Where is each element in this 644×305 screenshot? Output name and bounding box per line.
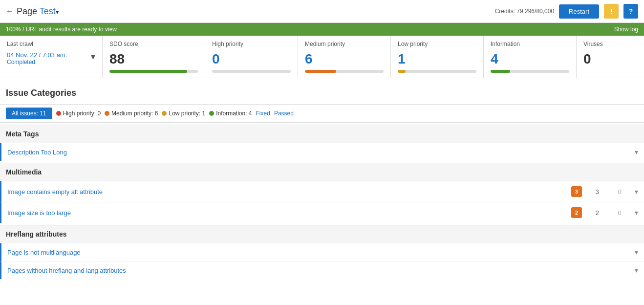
status-bar: 100% / URL audit results are ready to vi… xyxy=(0,23,644,36)
content-area: Issue Categories All issues: 11 High pri… xyxy=(0,78,644,285)
status-message: 100% / URL audit results are ready to vi… xyxy=(6,26,117,33)
low-priority-value: 1 xyxy=(398,51,476,67)
issue-row-image-size[interactable]: Image size is too large 2 2 0 ▾ xyxy=(0,202,644,223)
medium-priority-cell: Medium priority 6 xyxy=(298,36,391,78)
low-priority-filter[interactable]: Low priority: 1 xyxy=(162,110,205,117)
sdo-progress-bar xyxy=(109,70,187,73)
header-right: Credits: 79,296/80,000 Restart ! ? xyxy=(495,4,638,19)
without-hreflang-chevron: ▾ xyxy=(635,266,638,274)
low-priority-filter-label: Low priority: 1 xyxy=(169,110,205,117)
show-log-link[interactable]: Show log xyxy=(614,26,638,33)
sdo-score-label: SDO score xyxy=(109,41,198,47)
crawl-dropdown-icon[interactable]: ▾ xyxy=(91,51,95,62)
empty-alt-count: 3 xyxy=(590,188,604,196)
high-priority-progress-container xyxy=(212,70,291,73)
passed-filter[interactable]: Passed xyxy=(274,110,294,117)
low-priority-dot xyxy=(162,111,167,116)
description-too-long-chevron: ▾ xyxy=(635,148,638,156)
viruses-value: 0 xyxy=(583,51,633,67)
not-multilanguage-link[interactable]: Page is not multilanguage xyxy=(7,249,81,256)
question-button[interactable]: ? xyxy=(623,4,638,19)
title-dropdown-icon[interactable]: ▾ xyxy=(56,8,59,16)
low-priority-progress-bar xyxy=(398,70,406,73)
medium-priority-dot xyxy=(105,111,109,116)
medium-priority-label: Medium priority xyxy=(305,41,384,47)
viruses-cell: Viruses 0 xyxy=(577,36,640,78)
information-filter[interactable]: Information: 4 xyxy=(209,110,252,117)
multimedia-header: Multimedia xyxy=(0,163,644,181)
high-priority-value: 0 xyxy=(212,51,291,67)
issue-row-image-size-right: 2 2 0 ▾ xyxy=(571,207,638,218)
issue-row-empty-alt-right: 3 3 0 ▾ xyxy=(571,186,638,197)
information-progress-bar xyxy=(491,70,510,73)
without-hreflang-link[interactable]: Pages without hreflang and lang attribut… xyxy=(7,267,126,274)
image-size-link[interactable]: Image size is too large xyxy=(7,209,71,217)
not-multilanguage-chevron: ▾ xyxy=(635,248,638,256)
viruses-label: Viruses xyxy=(583,41,633,47)
image-size-count: 2 xyxy=(590,209,604,217)
issue-row-without-hreflang[interactable]: Pages without hreflang and lang attribut… xyxy=(0,261,644,279)
empty-alt-link[interactable]: Image contains empty alt attribute xyxy=(7,188,103,196)
information-label: Information xyxy=(491,41,569,47)
page-title: Page Test▾ xyxy=(17,6,59,17)
image-size-chevron: ▾ xyxy=(635,209,638,217)
restart-button[interactable]: Restart xyxy=(559,4,599,19)
header: ← Page Test▾ Credits: 79,296/80,000 Rest… xyxy=(0,0,644,23)
last-crawl-cell: Last crawl 04 Nov. 22 / 7:03 am. Complet… xyxy=(0,36,103,78)
issue-row-empty-alt-left: Image contains empty alt attribute xyxy=(7,188,571,196)
medium-priority-progress-bar xyxy=(305,70,336,73)
meta-tags-section: Meta Tags Description Too Long ▾ xyxy=(0,125,644,161)
page-title-test: Test xyxy=(40,6,56,16)
image-size-badge: 2 xyxy=(571,207,582,218)
section-title: Issue Categories xyxy=(0,84,644,104)
crawl-date: 04 Nov. 22 / 7:03 am. xyxy=(7,51,67,59)
high-priority-dot xyxy=(56,111,61,116)
multimedia-section: Multimedia Image contains empty alt attr… xyxy=(0,163,644,223)
medium-priority-progress-container xyxy=(305,70,384,73)
issue-row-image-size-left: Image size is too large xyxy=(7,209,571,217)
issue-row-empty-alt[interactable]: Image contains empty alt attribute 3 3 0… xyxy=(0,181,644,202)
high-priority-cell: High priority 0 xyxy=(205,36,298,78)
information-dot xyxy=(209,111,214,116)
hreflang-section: Hreflang attributes Page is not multilan… xyxy=(0,225,644,279)
back-button[interactable]: ← xyxy=(6,7,14,16)
information-filter-label: Information: 4 xyxy=(216,110,252,117)
empty-alt-badge: 3 xyxy=(571,186,582,197)
hreflang-header: Hreflang attributes xyxy=(0,225,644,243)
sdo-score-cell: SDO score 88 xyxy=(103,36,205,78)
low-priority-progress-container xyxy=(398,70,476,73)
stats-row: Last crawl 04 Nov. 22 / 7:03 am. Complet… xyxy=(0,36,644,78)
issue-row-description-too-long[interactable]: Description Too Long ▾ xyxy=(0,143,644,161)
meta-tags-header: Meta Tags xyxy=(0,125,644,143)
information-value: 4 xyxy=(491,51,569,67)
all-issues-filter[interactable]: All issues: 11 xyxy=(6,108,52,119)
high-priority-label: High priority xyxy=(212,41,291,47)
high-priority-filter-label: High priority: 0 xyxy=(63,110,101,117)
image-size-zero: 0 xyxy=(612,209,627,217)
description-too-long-link[interactable]: Description Too Long xyxy=(7,149,67,156)
sdo-score-value: 88 xyxy=(109,51,198,67)
high-priority-filter[interactable]: High priority: 0 xyxy=(56,110,101,117)
medium-priority-value: 6 xyxy=(305,51,384,67)
fixed-filter[interactable]: Fixed xyxy=(256,110,270,117)
information-progress-container xyxy=(491,70,569,73)
issue-row-not-multilanguage[interactable]: Page is not multilanguage ▾ xyxy=(0,243,644,261)
empty-alt-chevron: ▾ xyxy=(635,188,638,196)
help-button[interactable]: ! xyxy=(604,4,619,19)
header-left: ← Page Test▾ xyxy=(6,6,59,17)
low-priority-cell: Low priority 1 xyxy=(391,36,484,78)
empty-alt-zero: 0 xyxy=(612,188,627,196)
medium-priority-filter-label: Medium priority: 6 xyxy=(111,110,158,117)
medium-priority-filter[interactable]: Medium priority: 6 xyxy=(105,110,158,117)
information-cell: Information 4 xyxy=(484,36,577,78)
filter-bar: All issues: 11 High priority: 0 Medium p… xyxy=(0,104,644,123)
credits-text: Credits: 79,296/80,000 xyxy=(495,8,554,15)
last-crawl-label: Last crawl xyxy=(7,41,95,47)
crawl-status: Completed xyxy=(7,59,67,65)
sdo-progress-container xyxy=(109,70,198,73)
low-priority-label: Low priority xyxy=(398,41,476,47)
